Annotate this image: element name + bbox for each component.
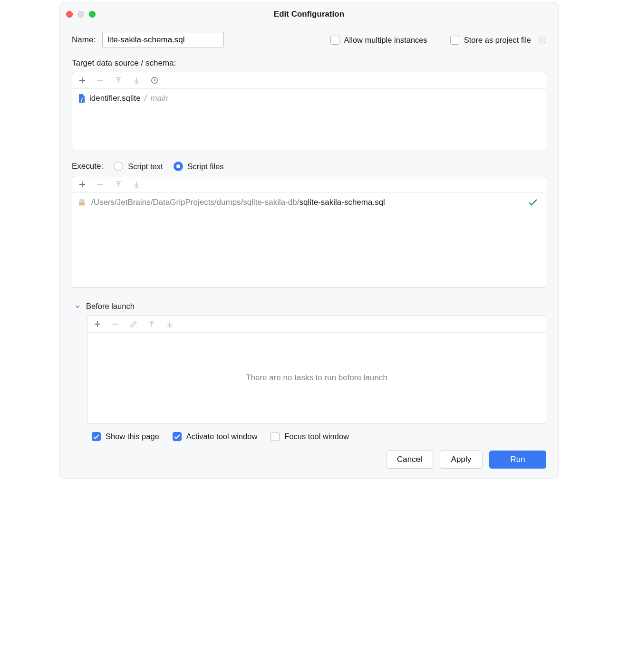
apply-button[interactable]: Apply [440,451,483,469]
store-project-checkbox[interactable] [450,36,459,45]
svg-text:SQL: SQL [79,203,84,206]
activate-label: Activate tool window [186,432,258,441]
name-row: Name: Allow multiple instances Store as … [72,32,546,48]
task-up-icon[interactable] [147,320,156,328]
show-page-label: Show this page [106,432,159,441]
focus-checkbox[interactable] [270,432,280,441]
svg-point-0 [541,39,543,41]
file-path: /Users/JetBrains/DataGripProjects/dumps/… [91,198,524,207]
before-launch-label: Before launch [86,302,135,311]
show-page-checkbox[interactable] [92,432,101,441]
target-body: identifier.sqlite / main [72,89,546,150]
files-toolbar [72,176,546,193]
focus-label: Focus tool window [284,432,349,441]
name-label: Name: [72,35,96,45]
script-text-option[interactable]: Script text [114,162,163,171]
before-launch-header[interactable]: Before launch [75,302,546,311]
before-body: There are no tasks to run before launch [87,333,546,423]
edit-task-icon[interactable] [129,320,138,328]
execute-label: Execute: [72,162,103,171]
execute-row: Execute: Script text Script files [72,162,546,171]
history-icon[interactable] [150,76,159,85]
chevron-down-icon [75,304,80,309]
target-toolbar [72,72,546,89]
dialog-title: Edit Configuration [59,10,559,19]
file-name: sqlite-sakila-schema.sql [299,198,385,207]
before-empty-text: There are no tasks to run before launch [246,373,387,383]
task-down-icon[interactable] [165,320,174,328]
allow-multiple-checkbox[interactable] [330,36,339,45]
activate-checkbox[interactable] [173,432,182,441]
datasource-item[interactable]: identifier.sqlite / main [78,94,540,103]
script-files-option[interactable]: Script files [174,162,224,171]
gear-icon[interactable] [538,36,546,44]
move-up-icon[interactable] [114,76,123,85]
target-label: Target data source / schema: [72,58,546,68]
datasource-schema: main [150,94,168,103]
add-task-icon[interactable] [93,320,102,328]
remove-task-icon[interactable] [111,320,120,328]
script-files-label: Script files [188,162,224,171]
name-input[interactable] [102,32,224,48]
file-dir: /Users/JetBrains/DataGripProjects/dumps/… [91,198,299,207]
script-text-radio[interactable] [114,162,123,171]
bottom-options: Show this page Activate tool window Focu… [92,432,546,441]
check-icon [529,199,537,206]
files-panel: SQL /Users/JetBrains/DataGripProjects/du… [72,176,546,288]
run-button[interactable]: Run [489,451,546,469]
before-toolbar [87,316,546,333]
allow-multiple-option[interactable]: Allow multiple instances [330,36,427,45]
target-panel: identifier.sqlite / main [72,72,546,150]
focus-option[interactable]: Focus tool window [270,432,349,441]
move-down-icon[interactable] [132,76,141,85]
button-row: Cancel Apply Run [59,441,559,469]
sql-file-icon: SQL [78,198,87,207]
datasource-sep: / [145,94,147,103]
remove-file-icon[interactable] [96,180,105,189]
before-panel: There are no tasks to run before launch [87,316,546,423]
file-up-icon[interactable] [114,180,123,189]
store-project-option[interactable]: Store as project file [450,36,531,45]
cancel-button[interactable]: Cancel [386,451,433,469]
show-page-option[interactable]: Show this page [92,432,159,441]
add-file-icon[interactable] [78,180,87,189]
activate-option[interactable]: Activate tool window [173,432,258,441]
store-project-label: Store as project file [464,36,531,45]
sqlite-icon [78,94,86,103]
edit-configuration-dialog: Edit Configuration Name: Allow multiple … [59,2,559,479]
files-body: SQL /Users/JetBrains/DataGripProjects/du… [72,193,546,287]
script-text-label: Script text [128,162,163,171]
add-icon[interactable] [78,76,87,85]
file-row[interactable]: SQL /Users/JetBrains/DataGripProjects/du… [72,193,546,212]
file-down-icon[interactable] [132,180,141,189]
content: Name: Allow multiple instances Store as … [59,26,559,441]
remove-icon[interactable] [96,76,105,85]
allow-multiple-label: Allow multiple instances [344,36,427,45]
datasource-name: identifier.sqlite [89,94,141,103]
titlebar: Edit Configuration [59,2,559,26]
script-files-radio[interactable] [174,162,183,171]
